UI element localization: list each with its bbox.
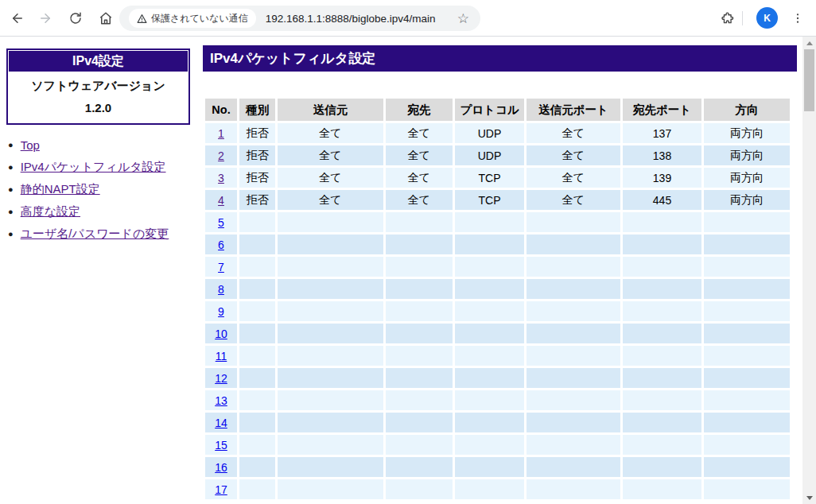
- rule-number-link[interactable]: 16: [215, 461, 227, 474]
- cell-type: [239, 413, 275, 432]
- cell-source: 全て: [278, 190, 383, 210]
- cell-direction: [704, 324, 790, 343]
- cell-destination-port: [623, 413, 701, 432]
- cell-rule-number: 17: [205, 479, 237, 499]
- rule-number-link[interactable]: 5: [218, 216, 224, 229]
- cell-destination-port: [623, 368, 701, 388]
- rule-number-link[interactable]: 11: [216, 350, 227, 362]
- cell-rule-number: 3: [205, 168, 237, 188]
- reload-icon[interactable]: [66, 9, 85, 28]
- sidebar-link-static-napt[interactable]: 静的NAPT設定: [21, 182, 100, 197]
- extensions-icon[interactable]: [718, 9, 737, 28]
- table-row: 13: [205, 390, 790, 410]
- page-content: IPv4設定 ソフトウェアバージョン 1.2.0 ●Top ●IPv4パケットフ…: [0, 37, 816, 504]
- table-row: 8: [205, 279, 790, 299]
- security-chip[interactable]: 保護されていない通信: [129, 9, 256, 28]
- cell-protocol: TCP: [455, 168, 524, 188]
- rule-number-link[interactable]: 3: [218, 172, 224, 184]
- cell-source-port: [527, 413, 620, 432]
- cell-source-port: [527, 324, 620, 343]
- cell-source: 全て: [278, 145, 383, 165]
- vertical-scrollbar[interactable]: [802, 37, 816, 504]
- cell-direction: [704, 212, 790, 232]
- rule-number-link[interactable]: 1: [218, 127, 224, 140]
- bullet-icon: ●: [8, 207, 14, 216]
- cell-type: [239, 368, 275, 388]
- menu-dots-icon[interactable]: [788, 9, 807, 28]
- cell-type: [239, 390, 275, 410]
- cell-destination: [386, 346, 453, 366]
- cell-direction: [704, 413, 790, 432]
- cell-rule-number: 9: [205, 301, 237, 321]
- profile-avatar[interactable]: K: [756, 7, 778, 29]
- cell-type: 拒否: [239, 190, 275, 210]
- rule-number-link[interactable]: 12: [215, 372, 227, 385]
- address-bar[interactable]: 保護されていない通信 192.168.1.1:8888/biglobe.ipv4…: [119, 6, 480, 31]
- cell-type: [239, 479, 275, 499]
- cell-rule-number: 1: [205, 123, 237, 143]
- rule-number-link[interactable]: 14: [215, 417, 227, 429]
- cell-protocol: [455, 457, 524, 477]
- cell-source: [278, 435, 383, 455]
- sidebar-item-ipv4-filter: ●IPv4パケットフィルタ設定: [8, 156, 169, 178]
- cell-direction: [704, 235, 790, 254]
- cell-source: [278, 279, 383, 299]
- scroll-up-icon[interactable]: [802, 37, 816, 49]
- sidebar-item-user-password: ●ユーザ名/パスワードの変更: [8, 223, 169, 245]
- scroll-down-icon[interactable]: [802, 491, 816, 504]
- cell-protocol: [455, 212, 524, 232]
- cell-rule-number: 15: [205, 435, 237, 455]
- cell-protocol: [455, 413, 524, 432]
- cell-source-port: [527, 301, 620, 321]
- rule-number-link[interactable]: 10: [215, 328, 227, 340]
- home-icon[interactable]: [96, 9, 115, 28]
- cell-source-port: [527, 235, 620, 254]
- toolbar-divider: [742, 11, 743, 25]
- sidebar-link-top[interactable]: Top: [21, 138, 40, 152]
- scrollbar-thumb[interactable]: [804, 49, 814, 111]
- rule-number-link[interactable]: 4: [218, 194, 224, 207]
- rule-number-link[interactable]: 6: [218, 238, 224, 251]
- bookmark-star-icon[interactable]: ☆: [457, 10, 469, 27]
- cell-destination: 全て: [386, 168, 453, 188]
- cell-destination-port: 137: [623, 123, 701, 143]
- avatar-initial: K: [764, 13, 771, 24]
- table-row: 15: [205, 435, 790, 455]
- rule-number-link[interactable]: 8: [218, 283, 224, 296]
- cell-protocol: [455, 346, 524, 366]
- rule-number-link[interactable]: 13: [215, 394, 227, 407]
- page-title: IPv4パケットフィルタ設定: [203, 45, 797, 72]
- cell-destination-port: [623, 435, 701, 455]
- forward-icon[interactable]: [36, 9, 55, 28]
- cell-direction: 両方向: [704, 168, 790, 188]
- packet-filter-table: No. 種別 送信元 宛先 プロトコル 送信元ポート 宛先ポート 方向 1拒否全…: [203, 96, 792, 502]
- cell-source: [278, 413, 383, 432]
- bullet-icon: ●: [8, 229, 14, 238]
- cell-source-port: [527, 257, 620, 277]
- cell-source: [278, 301, 383, 321]
- table-header-row: No. 種別 送信元 宛先 プロトコル 送信元ポート 宛先ポート 方向: [205, 99, 790, 121]
- cell-destination: [386, 413, 453, 432]
- warning-triangle-icon: [137, 14, 147, 24]
- sidebar-link-user-password[interactable]: ユーザ名/パスワードの変更: [21, 227, 169, 242]
- sidebar-item-static-napt: ●静的NAPT設定: [8, 178, 169, 200]
- rule-number-link[interactable]: 7: [218, 261, 224, 273]
- cell-protocol: [455, 235, 524, 254]
- rule-number-link[interactable]: 9: [218, 305, 224, 318]
- cell-rule-number: 7: [205, 257, 237, 277]
- cell-direction: 両方向: [704, 123, 790, 143]
- cell-destination: [386, 390, 453, 410]
- cell-destination-port: [623, 390, 701, 410]
- rule-number-link[interactable]: 15: [215, 439, 227, 452]
- cell-protocol: [455, 435, 524, 455]
- cell-type: [239, 457, 275, 477]
- rule-number-link[interactable]: 2: [218, 149, 224, 162]
- cell-source-port: [527, 346, 620, 366]
- back-icon[interactable]: [8, 9, 27, 28]
- sidebar-link-advanced[interactable]: 高度な設定: [21, 204, 80, 219]
- sidebar-link-ipv4-filter[interactable]: IPv4パケットフィルタ設定: [21, 160, 166, 175]
- cell-destination: 全て: [386, 190, 453, 210]
- cell-direction: [704, 257, 790, 277]
- cell-direction: [704, 479, 790, 499]
- rule-number-link[interactable]: 17: [215, 483, 227, 496]
